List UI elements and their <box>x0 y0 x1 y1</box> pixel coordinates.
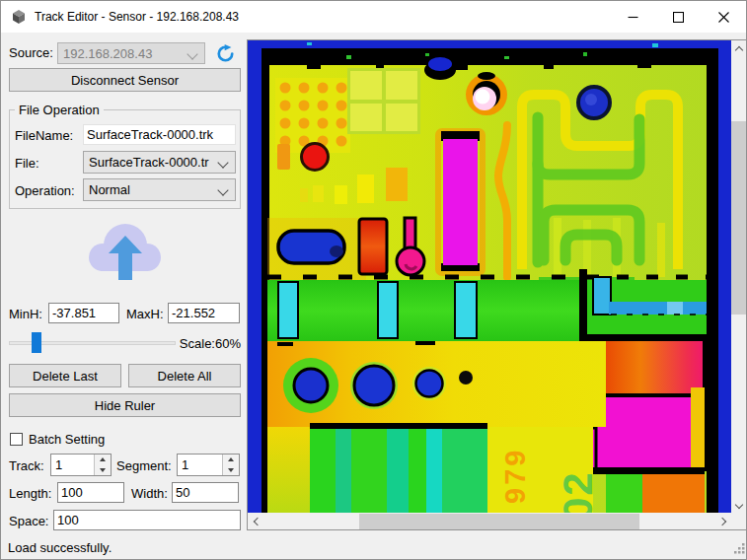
track-value: 1 <box>55 457 62 472</box>
scroll-right-button[interactable] <box>715 514 731 529</box>
disconnect-sensor-button[interactable]: Disconnect Sensor <box>9 68 241 92</box>
silkscreen-text-02: 02 <box>555 470 601 513</box>
operation-label: Operation: <box>15 183 75 198</box>
chevron-up-icon <box>734 45 742 53</box>
resize-grip-icon[interactable] <box>734 543 745 554</box>
close-button[interactable] <box>701 1 747 33</box>
titlebar: Track Editor - Sensor - 192.168.208.43 <box>1 1 746 33</box>
chevron-down-icon <box>217 184 228 195</box>
delete-all-label: Delete All <box>158 369 212 384</box>
viewer-frame: 979 02 <box>247 39 747 530</box>
track-spin-buttons <box>94 455 111 475</box>
window-title: Track Editor - Sensor - 192.168.208.43 <box>35 10 239 24</box>
chevron-right-icon <box>717 518 725 525</box>
file-combo-value: SurfaceTrack-0000.tr <box>89 155 209 170</box>
chevron-down-icon <box>217 157 228 168</box>
scale-slider-handle[interactable] <box>32 332 41 353</box>
chevron-down-icon <box>734 500 742 508</box>
source-label: Source: <box>9 45 53 60</box>
operation-combo[interactable]: Normal <box>83 178 236 201</box>
segment-spinner[interactable]: 1 <box>177 454 240 476</box>
maxh-label: MaxH: <box>126 307 164 321</box>
app-cube-icon <box>11 9 27 25</box>
maximize-button[interactable] <box>655 1 701 33</box>
scale-value-label: Scale:60% <box>179 336 241 351</box>
minh-input[interactable] <box>48 303 119 323</box>
filename-label: FileName: <box>15 128 73 143</box>
scroll-down-button[interactable] <box>731 498 746 514</box>
delete-last-label: Delete Last <box>33 369 98 384</box>
track-spinner[interactable]: 1 <box>50 454 112 476</box>
batch-setting-label: Batch Setting <box>29 432 105 447</box>
minimize-icon <box>628 12 638 23</box>
file-label: File: <box>15 156 39 171</box>
operation-combo-value: Normal <box>89 182 130 197</box>
vertical-scroll-thumb[interactable] <box>731 121 746 315</box>
hide-ruler-label: Hide Ruler <box>95 398 155 413</box>
space-input[interactable] <box>53 510 241 530</box>
file-operation-title: File Operation <box>15 103 104 117</box>
width-input[interactable] <box>172 482 239 503</box>
close-icon <box>718 12 729 23</box>
source-combo[interactable]: 192.168.208.43 <box>57 42 205 64</box>
spin-down-button[interactable] <box>223 465 239 476</box>
heightmap-canvas[interactable]: 979 02 <box>248 40 731 513</box>
status-message: Load successfully. <box>8 540 112 555</box>
file-combo[interactable]: SurfaceTrack-0000.tr <box>83 151 236 174</box>
horizontal-scroll-thumb[interactable] <box>359 514 639 529</box>
track-label: Track: <box>9 458 44 473</box>
spin-up-button[interactable] <box>223 455 239 465</box>
scroll-up-button[interactable] <box>731 40 746 56</box>
triangle-up-icon <box>100 457 106 461</box>
maximize-icon <box>673 12 684 23</box>
width-label: Width: <box>131 486 168 501</box>
triangle-down-icon <box>100 468 106 472</box>
segment-label: Segment: <box>116 458 172 473</box>
silkscreen-text-979: 979 <box>499 448 531 504</box>
status-bar: Load successfully. <box>1 530 746 560</box>
source-combo-value: 192.168.208.43 <box>63 46 152 61</box>
chevron-left-icon <box>253 518 261 525</box>
filename-input[interactable] <box>83 124 236 145</box>
refresh-button[interactable] <box>214 42 236 64</box>
hide-ruler-button[interactable]: Hide Ruler <box>9 393 241 417</box>
chevron-down-icon <box>187 48 197 59</box>
minh-label: MinH: <box>9 307 42 321</box>
spin-up-button[interactable] <box>95 455 111 465</box>
disconnect-sensor-label: Disconnect Sensor <box>71 73 179 88</box>
length-input[interactable] <box>57 482 124 503</box>
triangle-down-icon <box>228 468 234 472</box>
spin-down-button[interactable] <box>95 465 111 476</box>
length-label: Length: <box>9 486 51 501</box>
segment-value: 1 <box>182 457 188 472</box>
delete-last-button[interactable]: Delete Last <box>9 364 121 387</box>
segment-spin-buttons <box>222 455 239 475</box>
space-label: Space: <box>9 514 48 528</box>
batch-setting-checkbox[interactable] <box>10 433 23 446</box>
cloud-upload-icon <box>85 216 166 285</box>
refresh-icon <box>216 44 235 63</box>
scroll-left-button[interactable] <box>248 514 263 529</box>
triangle-up-icon <box>228 457 234 461</box>
maxh-input[interactable] <box>168 303 240 323</box>
delete-all-button[interactable]: Delete All <box>128 364 241 387</box>
minimize-button[interactable] <box>610 1 655 33</box>
app-window: Track Editor - Sensor - 192.168.208.43 S… <box>0 0 747 560</box>
horizontal-scrollbar[interactable] <box>248 514 731 529</box>
vertical-scrollbar[interactable] <box>731 40 746 514</box>
